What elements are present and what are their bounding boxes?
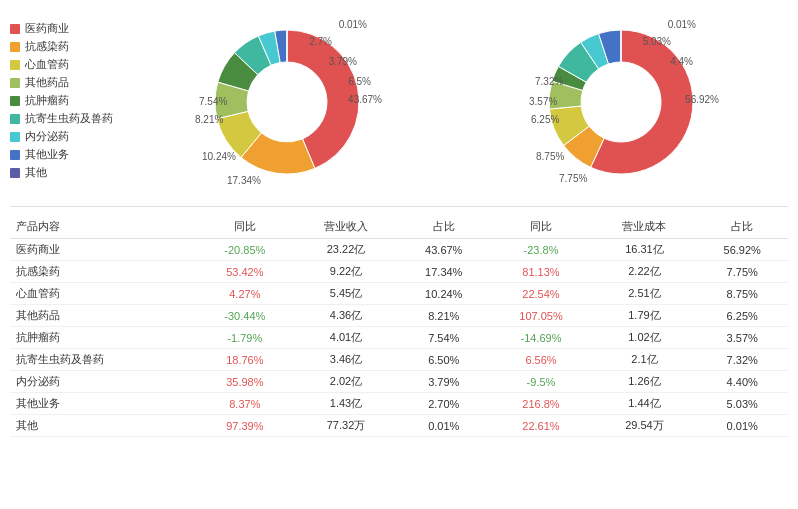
cell-rev-yoy: 97.39% — [196, 415, 294, 437]
cell-revenue: 2.02亿 — [294, 371, 398, 393]
legend-label: 抗肿瘤药 — [25, 93, 69, 108]
col-cost-pct: 占比 — [696, 215, 788, 239]
table-row: 其他 97.39% 77.32万 0.01% 22.61% 29.54万 0.0… — [10, 415, 788, 437]
legend-item: 抗肿瘤药 — [10, 93, 120, 108]
legend-item: 抗感染药 — [10, 39, 120, 54]
table-row: 抗寄生虫药及兽药 18.76% 3.46亿 6.50% 6.56% 2.1亿 7… — [10, 349, 788, 371]
table-row: 抗感染药 53.42% 9.22亿 17.34% 81.13% 2.22亿 7.… — [10, 261, 788, 283]
cell-cost-pct: 5.03% — [696, 393, 788, 415]
table-row: 抗肿瘤药 -1.79% 4.01亿 7.54% -14.69% 1.02亿 3.… — [10, 327, 788, 349]
cost-label-7.32: 7.32% — [535, 76, 563, 87]
table-row: 心血管药 4.27% 5.45亿 10.24% 22.54% 2.51亿 8.7… — [10, 283, 788, 305]
cell-revenue: 23.22亿 — [294, 239, 398, 261]
legend-item: 抗寄生虫药及兽药 — [10, 111, 120, 126]
cell-revenue: 5.45亿 — [294, 283, 398, 305]
cell-cost-yoy: 22.61% — [490, 415, 593, 437]
cell-cost-yoy: 216.8% — [490, 393, 593, 415]
cell-cost-pct: 6.25% — [696, 305, 788, 327]
cost-chart-col: 0.01% 5.03% 4.4% 7.32% 3.57% 6.25% 8.75%… — [454, 10, 788, 194]
cost-label-7.75: 7.75% — [559, 173, 587, 184]
cell-rev-pct: 10.24% — [398, 283, 490, 305]
cell-rev-pct: 43.67% — [398, 239, 490, 261]
cell-rev-pct: 7.54% — [398, 327, 490, 349]
rev-label-6.5: 6.5% — [348, 76, 371, 87]
col-product: 产品内容 — [10, 215, 196, 239]
col-revenue: 营业收入 — [294, 215, 398, 239]
legend-label: 其他业务 — [25, 147, 69, 162]
cell-cost-yoy: 22.54% — [490, 283, 593, 305]
cell-rev-yoy: 18.76% — [196, 349, 294, 371]
cell-product: 心血管药 — [10, 283, 196, 305]
cell-cost: 2.22亿 — [592, 261, 696, 283]
cell-cost-pct: 4.40% — [696, 371, 788, 393]
rev-label-0.01: 0.01% — [339, 19, 367, 30]
cell-rev-yoy: -1.79% — [196, 327, 294, 349]
data-table: 产品内容 同比 营业收入 占比 同比 营业成本 占比 医药商业 -20.85% … — [10, 215, 788, 437]
cell-cost-pct: 7.32% — [696, 349, 788, 371]
rev-label-17.34: 17.34% — [227, 175, 261, 186]
cell-rev-pct: 2.70% — [398, 393, 490, 415]
table-row: 内分泌药 35.98% 2.02亿 3.79% -9.5% 1.26亿 4.40… — [10, 371, 788, 393]
cell-rev-yoy: 35.98% — [196, 371, 294, 393]
cell-product: 抗寄生虫药及兽药 — [10, 349, 196, 371]
legend-item: 其他业务 — [10, 147, 120, 162]
cost-label-3.57: 3.57% — [529, 96, 557, 107]
rev-label-7.54: 7.54% — [199, 96, 227, 107]
table-row: 其他药品 -30.44% 4.36亿 8.21% 107.05% 1.79亿 6… — [10, 305, 788, 327]
legend-section: 医药商业抗感染药心血管药其他药品抗肿瘤药抗寄生虫药及兽药内分泌药其他业务其他 — [10, 10, 120, 180]
legend-dot — [10, 42, 20, 52]
cell-revenue: 3.46亿 — [294, 349, 398, 371]
cell-product: 抗肿瘤药 — [10, 327, 196, 349]
cell-rev-yoy: 53.42% — [196, 261, 294, 283]
cell-rev-pct: 17.34% — [398, 261, 490, 283]
cell-revenue: 4.01亿 — [294, 327, 398, 349]
cell-cost-yoy: -14.69% — [490, 327, 593, 349]
cell-cost-yoy: -9.5% — [490, 371, 593, 393]
cell-rev-pct: 3.79% — [398, 371, 490, 393]
cell-product: 其他药品 — [10, 305, 196, 327]
cell-product: 其他业务 — [10, 393, 196, 415]
cell-rev-yoy: 4.27% — [196, 283, 294, 305]
cost-donut-wrapper: 0.01% 5.03% 4.4% 7.32% 3.57% 6.25% 8.75%… — [521, 14, 721, 194]
cell-cost: 29.54万 — [592, 415, 696, 437]
legend-label: 抗感染药 — [25, 39, 69, 54]
cell-cost: 1.02亿 — [592, 327, 696, 349]
revenue-donut-wrapper: 0.01% 2.7% 3.79% 6.5% 7.54% 8.21% 10.24%… — [187, 14, 387, 194]
legend-dot — [10, 150, 20, 160]
legend-label: 医药商业 — [25, 21, 69, 36]
cell-rev-pct: 8.21% — [398, 305, 490, 327]
cell-rev-pct: 0.01% — [398, 415, 490, 437]
legend-item: 其他 — [10, 165, 120, 180]
col-cost: 营业成本 — [592, 215, 696, 239]
cost-label-0.01: 0.01% — [668, 19, 696, 30]
legend-item: 其他药品 — [10, 75, 120, 90]
cost-label-8.75: 8.75% — [536, 151, 564, 162]
cost-label-5.03: 5.03% — [643, 36, 671, 47]
rev-label-8.21: 8.21% — [195, 114, 223, 125]
legend-label: 内分泌药 — [25, 129, 69, 144]
cell-cost-yoy: 107.05% — [490, 305, 593, 327]
legend-dot — [10, 114, 20, 124]
cell-cost-pct: 3.57% — [696, 327, 788, 349]
main-container: 医药商业抗感染药心血管药其他药品抗肿瘤药抗寄生虫药及兽药内分泌药其他业务其他 0… — [0, 0, 798, 447]
rev-label-3.79: 3.79% — [329, 56, 357, 67]
legend-dot — [10, 168, 20, 178]
legend-label: 心血管药 — [25, 57, 69, 72]
cell-cost: 2.51亿 — [592, 283, 696, 305]
cell-cost-pct: 0.01% — [696, 415, 788, 437]
table-body: 医药商业 -20.85% 23.22亿 43.67% -23.8% 16.31亿… — [10, 239, 788, 437]
col-rev-pct: 占比 — [398, 215, 490, 239]
cell-cost-pct: 56.92% — [696, 239, 788, 261]
cell-cost-yoy: 81.13% — [490, 261, 593, 283]
legend-item: 心血管药 — [10, 57, 120, 72]
cost-label-4.4: 4.4% — [670, 56, 693, 67]
col-cost-yoy: 同比 — [490, 215, 593, 239]
table-section: 产品内容 同比 营业收入 占比 同比 营业成本 占比 医药商业 -20.85% … — [10, 215, 788, 437]
revenue-chart-col: 0.01% 2.7% 3.79% 6.5% 7.54% 8.21% 10.24%… — [120, 10, 454, 194]
cell-revenue: 1.43亿 — [294, 393, 398, 415]
legend-dot — [10, 78, 20, 88]
rev-label-43.67: 43.67% — [348, 94, 382, 105]
legend-items: 医药商业抗感染药心血管药其他药品抗肿瘤药抗寄生虫药及兽药内分泌药其他业务其他 — [10, 21, 120, 180]
table-row: 医药商业 -20.85% 23.22亿 43.67% -23.8% 16.31亿… — [10, 239, 788, 261]
table-row: 其他业务 8.37% 1.43亿 2.70% 216.8% 1.44亿 5.03… — [10, 393, 788, 415]
